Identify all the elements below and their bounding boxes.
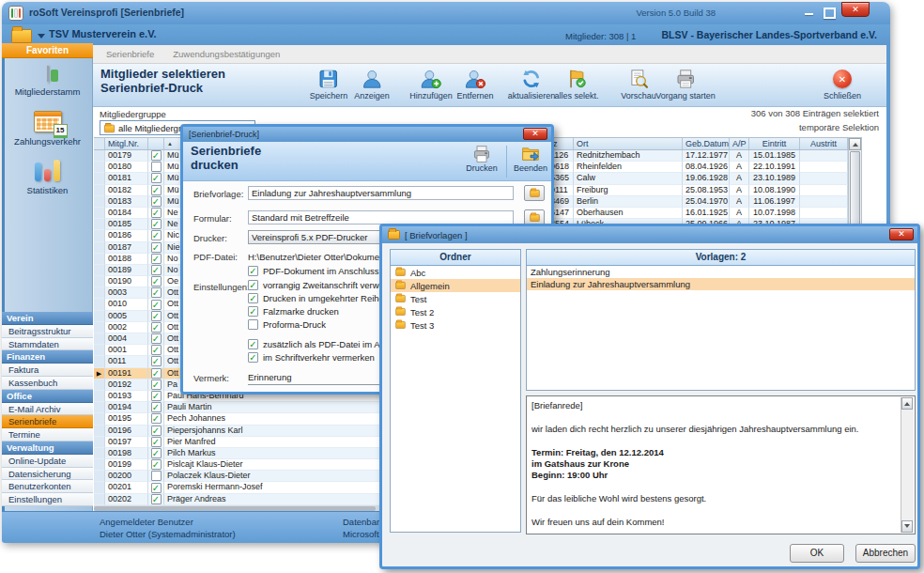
print-dialog-titlebar[interactable]: [Serienbrief-Druck]	[183, 127, 551, 142]
cell-checkbox[interactable]	[148, 265, 164, 276]
templates-dialog-titlebar[interactable]: [ Briefvorlagen ]	[382, 226, 917, 243]
folder-tree-item[interactable]: Abc	[391, 266, 520, 279]
preview-button[interactable]: Vorschau	[621, 68, 656, 101]
cell-checkbox[interactable]	[148, 437, 164, 448]
header-checkbox-column[interactable]	[148, 138, 164, 149]
cell-checkbox[interactable]	[148, 391, 164, 402]
sidebar-menu-item[interactable]: Datensicherung	[2, 468, 93, 481]
sidebar-menu-item[interactable]: Einstellungen	[2, 493, 93, 506]
header-ort[interactable]: Ort	[574, 138, 683, 149]
print-button[interactable]: Drucken	[460, 145, 503, 173]
sidebar-item-mitgliederstamm[interactable]: Mitgliederstamm	[2, 66, 93, 97]
sidebar-item-statistiken[interactable]: Statistiken	[2, 158, 93, 195]
cell-checkbox[interactable]	[148, 448, 164, 459]
template-list-item[interactable]: Zahlungserinnerung	[527, 266, 915, 278]
cell-checkbox[interactable]	[148, 368, 164, 379]
cell-checkbox[interactable]	[148, 219, 164, 230]
save-button[interactable]: Speichern	[310, 68, 348, 101]
cell-checkbox[interactable]	[148, 311, 164, 322]
sidebar-menu-item[interactable]: Termine	[2, 428, 93, 441]
cell-checkbox[interactable]	[148, 299, 164, 310]
folder-tree-item[interactable]: Allgemein	[391, 279, 520, 292]
setting-checkbox[interactable]	[248, 319, 258, 330]
cell-checkbox[interactable]	[148, 242, 164, 254]
sidebar-menu-item[interactable]: Beitragsstruktur	[2, 325, 93, 338]
setting-checkbox[interactable]	[248, 339, 258, 349]
cell-checkbox[interactable]	[148, 276, 164, 287]
sidebar-menu-item[interactable]: Verein	[2, 312, 93, 325]
cell-checkbox[interactable]	[148, 196, 164, 208]
sidebar-menu-item[interactable]: Faktura	[2, 364, 93, 377]
cell-checkbox[interactable]	[148, 230, 164, 241]
sidebar-menu-item[interactable]: Verwaltung	[2, 441, 93, 455]
cancel-button[interactable]: Abbrechen	[855, 544, 916, 563]
sidebar-menu-item[interactable]: Kassenbuch	[2, 377, 93, 390]
sidebar-menu-item[interactable]: Finanzen	[2, 350, 93, 364]
cell-checkbox[interactable]	[148, 459, 164, 471]
scroll-up-icon[interactable]	[849, 138, 861, 150]
cell-checkbox[interactable]	[148, 162, 164, 173]
preview-scrollbar[interactable]	[901, 397, 914, 533]
cell-checkbox[interactable]	[148, 402, 164, 413]
close-view-button[interactable]: Schließen	[824, 68, 861, 101]
header-ap[interactable]: A/P	[730, 138, 749, 149]
header-geb-datum[interactable]: Geb.Datum	[683, 138, 730, 149]
templates-dialog-close-button[interactable]	[889, 228, 914, 240]
cell-checkbox[interactable]	[148, 413, 164, 425]
end-button[interactable]: Beenden	[510, 145, 551, 173]
cell-checkbox[interactable]	[148, 356, 164, 367]
cell-checkbox[interactable]	[148, 333, 164, 345]
sidebar-menu-item[interactable]: Serienbriefe	[2, 415, 93, 428]
sidebar-menu-item[interactable]: Office	[2, 390, 93, 403]
template-browse-button[interactable]	[524, 185, 545, 201]
cell-checkbox[interactable]	[148, 185, 164, 196]
cell-checkbox[interactable]	[148, 345, 164, 356]
start-process-button[interactable]: Vorgang starten	[655, 68, 716, 101]
cell-checkbox[interactable]	[148, 494, 164, 505]
select-all-button[interactable]: alles selekt.	[554, 68, 598, 101]
cell-checkbox[interactable]	[148, 482, 164, 493]
cell-checkbox[interactable]	[148, 471, 164, 482]
tab[interactable]: Zuwendungsbestätigungen	[173, 49, 280, 59]
title-bar[interactable]: roSoft Vereinsprofi [Serienbriefe] Versi…	[2, 2, 890, 24]
setting-checkbox[interactable]	[248, 280, 258, 290]
cell-checkbox[interactable]	[148, 254, 164, 265]
tab[interactable]: Serienbriefe	[106, 49, 154, 59]
show-button[interactable]: Anzeigen	[354, 68, 390, 101]
sidebar-menu-item[interactable]: Stammdaten	[2, 338, 93, 351]
template-field[interactable]: Einladung zur Jahreshauptversammlung	[248, 186, 514, 200]
scroll-up-icon[interactable]	[901, 397, 913, 410]
sidebar-menu-item[interactable]: Benutzerkonten	[2, 480, 93, 493]
cell-checkbox[interactable]	[148, 379, 164, 391]
add-member-button[interactable]: Hinzufügen	[409, 68, 453, 101]
close-button[interactable]	[841, 2, 870, 17]
sidebar-menu-item[interactable]: E-Mail Archiv	[2, 403, 93, 416]
open-pdf-checkbox[interactable]	[248, 266, 258, 276]
sidebar-item-zahlungsverkehr[interactable]: 15 Zahlungsverkehr	[2, 111, 93, 147]
template-list-item[interactable]: Einladung zur Jahreshauptversammlung	[527, 278, 915, 290]
sidebar-menu-item[interactable]: Online-Update	[2, 455, 93, 468]
org-folder-button[interactable]	[11, 27, 45, 43]
minimize-button[interactable]	[802, 6, 817, 18]
folder-tree-item[interactable]: Test	[391, 292, 520, 305]
scroll-down-icon[interactable]	[901, 520, 913, 533]
cell-checkbox[interactable]	[148, 426, 164, 437]
maximize-button[interactable]	[821, 6, 836, 18]
header-member-number[interactable]: Mitgl.Nr.	[105, 138, 148, 149]
folder-tree-item[interactable]: Test 2	[391, 305, 520, 318]
remove-member-button[interactable]: Entfernen	[456, 68, 493, 101]
print-dialog-close-button[interactable]	[523, 128, 547, 140]
setting-checkbox[interactable]	[248, 293, 258, 303]
form-field[interactable]: Standard mit Betreffzeile	[248, 210, 514, 225]
header-eintritt[interactable]: Eintritt	[749, 138, 800, 149]
cell-checkbox[interactable]	[148, 322, 164, 333]
header-austritt[interactable]: Austritt	[800, 138, 848, 149]
cell-checkbox[interactable]	[148, 287, 164, 299]
ok-button[interactable]: OK	[790, 544, 844, 563]
refresh-button[interactable]: aktualisieren	[508, 68, 556, 101]
setting-checkbox[interactable]	[248, 306, 258, 317]
folder-tree-item[interactable]: Test 3	[391, 318, 520, 332]
cell-checkbox[interactable]	[148, 173, 164, 184]
cell-checkbox[interactable]	[148, 208, 164, 219]
setting-checkbox[interactable]	[248, 352, 258, 363]
